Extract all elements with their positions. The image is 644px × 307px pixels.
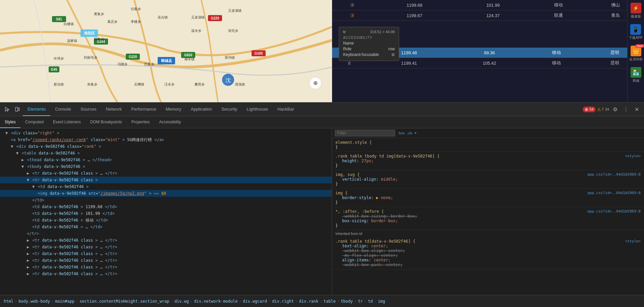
html-line[interactable]: ▶ <tr data-v-9e502f46 class > … </tr> [0, 264, 332, 270]
devtools-toolbar: Elements Console Sources Network Perform… [0, 102, 644, 116]
breadcrumb-main[interactable]: main#app [54, 299, 75, 304]
html-line[interactable]: </tr> [0, 230, 332, 237]
tooltip-size: 319.51 × 44.99 [370, 30, 395, 34]
rank-row: ③ 1199.67 124.37 联通 青岛 [332, 10, 644, 21]
tooltip-keyboard-val: ⊘ [391, 52, 395, 57]
svg-text:G45: G45 [51, 68, 57, 71]
csdn-download-app[interactable]: 📱 下载APP [629, 24, 642, 40]
html-line[interactable]: ▼ <td data-v-9e502f46 > [0, 183, 332, 190]
tab-lighthouse[interactable]: Lighthouse [242, 103, 273, 116]
filter-add-btn[interactable]: + [414, 131, 417, 135]
html-line[interactable]: <td data-v-9e502f46 > 移动 </td> [0, 217, 332, 224]
svg-text:桑营乡: 桑营乡 [195, 82, 205, 86]
html-line-selected[interactable]: ▼ <tr data-v-9e502f46 class > [0, 177, 332, 183]
warn-badge: ⚠ 7 [597, 107, 604, 112]
tab-computed[interactable]: Computed [20, 116, 48, 128]
filter-hov-btn[interactable]: :hov [398, 131, 405, 135]
tab-sources[interactable]: Sources [76, 103, 101, 116]
svg-text:白楼镇: 白楼镇 [64, 22, 74, 26]
tab-console[interactable]: Console [50, 103, 76, 116]
breadcrumb-td[interactable]: td [367, 299, 374, 304]
rank-number: ② [350, 2, 355, 8]
html-tree-panel: ▼ <div class="right" > <a href="/speed-r… [0, 128, 332, 295]
svg-text:G220: G220 [211, 16, 219, 20]
html-line[interactable]: </td> [0, 197, 332, 203]
breadcrumb-divwgcard[interactable]: div.wgcard [242, 299, 268, 304]
rank-table: ② 1199.68 101.99 移动 佛山 ③ 1199.67 124.37 … [332, 0, 644, 21]
new-badge: New [636, 44, 644, 48]
svg-text:汲冢镇: 汲冢镇 [67, 39, 77, 43]
breadcrumb-section[interactable]: section.contentMinHeight.section_wrap [78, 299, 170, 304]
html-line[interactable]: ▶ <tr data-v-9e502f46 class > … </tr> [0, 170, 332, 177]
html-line[interactable]: ▶ <tr data-v-9e502f46 class > … </tr> [0, 244, 332, 250]
rank-row: ② 1199.68 101.99 移动 佛山 [332, 0, 644, 10]
tab-event-listeners[interactable]: Event Listeners [48, 116, 86, 128]
html-line[interactable]: ▼ <div class="right" > [0, 130, 332, 136]
html-line-img[interactable]: <img data-v-9e502f46 src="/images/5g/no2… [0, 190, 332, 197]
svg-text:葛店乡: 葛店乡 [107, 20, 117, 23]
info-badge: 34 [605, 107, 609, 111]
inspect-element-btn[interactable] [3, 105, 12, 114]
csdn-shop[interactable]: 🏪 商城 [631, 67, 641, 83]
html-line[interactable]: <td data-v-9e502f46 > 101.99 </td> [0, 210, 332, 217]
devtools-right-icons: ⊗ 54 ⚠ 7 34 ⚙ ⋮ ✕ [583, 105, 641, 114]
html-line[interactable]: ▶ <thead data-v-9e502f46 > … </thead> [0, 157, 332, 163]
css-rule-img: app.css?id=..64d1b5969:8 img { border-st… [332, 189, 644, 207]
breadcrumb-html[interactable]: html [3, 299, 14, 304]
breadcrumb-body[interactable]: body.web-body [17, 299, 51, 304]
csdn-vip[interactable]: 👑 New 会员特权 [629, 46, 643, 62]
styles-filter-input[interactable] [335, 130, 395, 136]
svg-text:清浅镇: 清浅镇 [235, 82, 245, 86]
html-line[interactable]: ▶ <tr data-v-9e502f46 class > … </tr> [0, 250, 332, 257]
breadcrumb-divrank[interactable]: div.rank [298, 299, 320, 304]
tab-memory[interactable]: Memory [161, 103, 186, 116]
html-line[interactable]: <td data-v-9e502f46 > … </td> [0, 224, 332, 230]
device-toolbar-btn[interactable] [13, 105, 22, 114]
element-tooltip: tr 319.51 × 44.99 ACCESSIBILITY Name Rol… [339, 27, 399, 61]
svg-text:张完乡: 张完乡 [228, 29, 238, 33]
csdn-sidebar: ⚡ 极速版 📱 下载APP 👑 New 会员特权 🏪 [627, 0, 644, 102]
svg-text:朱集乡: 朱集乡 [87, 82, 97, 86]
html-line[interactable]: <a href="/speed-ranks/user-rank" class="… [0, 136, 332, 143]
tab-accessibility[interactable]: Accessibility [154, 116, 185, 128]
css-rule-rank-td: <style> .rank table td[data-v-9e502f46] … [332, 237, 644, 269]
html-line[interactable]: ▶ <tr data-v-9e502f46 class > … </tr> [0, 270, 332, 277]
html-line[interactable]: <td data-v-9e502f46 > 1199.68 </td> [0, 203, 332, 210]
tab-performance[interactable]: Performance [126, 103, 161, 116]
settings-btn[interactable]: ⚙ [610, 105, 620, 114]
css-rule-img-svg: app.css?id=..64d1b5969:8 img, svg { vert… [332, 170, 644, 189]
breadcrumb-divright[interactable]: div.right [271, 299, 295, 304]
svg-text:郸城县: 郸城县 [161, 59, 172, 63]
breadcrumb-tbody[interactable]: tbody [340, 299, 354, 304]
svg-text:汲水乡: 汲水乡 [191, 29, 201, 33]
tab-hackbar[interactable]: HackBar [273, 103, 299, 116]
more-options-btn[interactable]: ⋮ [621, 105, 631, 114]
tab-dom-breakpoints[interactable]: DOM Breakpoints [86, 116, 127, 128]
tab-network[interactable]: Network [101, 103, 127, 116]
breadcrumb-table[interactable]: table [323, 299, 337, 304]
html-line[interactable]: ▼ <table data-v-9e502f46 > [0, 150, 332, 157]
html-line[interactable]: ▼ <div data-v-9e502f46 class="rank" > [0, 143, 332, 150]
breadcrumb-divwg[interactable]: div.wg [173, 299, 190, 304]
svg-text:李楼乡: 李楼乡 [131, 20, 141, 23]
breadcrumb-tr[interactable]: tr [357, 299, 364, 304]
breadcrumb-img[interactable]: img [377, 299, 386, 304]
html-line[interactable]: ▼ <tbody data-v-9e502f46 > [0, 163, 332, 170]
tab-application[interactable]: Application [186, 103, 217, 116]
tooltip-tag: tr [343, 30, 346, 34]
svg-text:王皮淄镇: 王皮淄镇 [228, 9, 241, 12]
svg-text:南丰镇: 南丰镇 [184, 57, 195, 61]
close-devtools-btn[interactable]: ✕ [632, 105, 641, 114]
csdn-fast-version[interactable]: ⚡ 极速版 [631, 3, 641, 19]
filter-cls-btn[interactable]: .cls [407, 131, 413, 135]
svg-text:石槽镇: 石槽镇 [134, 82, 144, 86]
breadcrumb-divnetwork[interactable]: div.network-module [193, 299, 238, 304]
tab-properties[interactable]: Properties [126, 116, 154, 128]
tab-styles[interactable]: Styles [0, 116, 20, 128]
main-content: ▼ <div class="right" > <a href="/speed-r… [0, 128, 644, 295]
html-line[interactable]: ▶ <tr data-v-9e502f46 class > … </tr> [0, 237, 332, 244]
tab-elements[interactable]: Elements [23, 103, 50, 116]
svg-text:G650: G650 [184, 53, 193, 57]
tab-security[interactable]: Security [217, 103, 242, 116]
html-line[interactable]: ▶ <tr data-v-9e502f46 class > … </tr> [0, 257, 332, 264]
